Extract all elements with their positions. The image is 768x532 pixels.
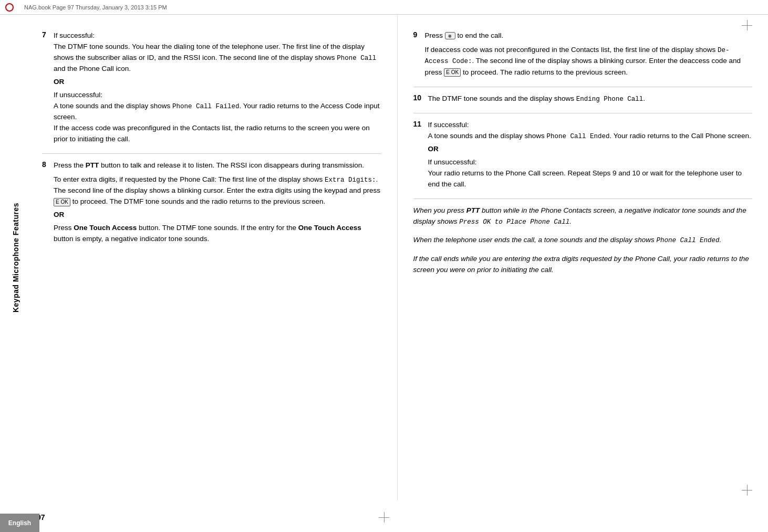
step-11-text: If successful: A tone sounds and the dis… — [428, 120, 753, 142]
sidebar-label: Keypad Microphone Features — [12, 203, 20, 312]
step-9-number: 9 — [413, 30, 425, 39]
step-7: 7 If successful: The DTMF tone sounds. Y… — [42, 30, 381, 145]
divider-10-11 — [413, 113, 753, 113]
italic-block-3: If the call ends while you are entering … — [413, 254, 753, 276]
page-footer: 97 English — [0, 500, 768, 532]
step-8: 8 Press the PTT button to talk and relea… — [42, 160, 381, 245]
end-call-icon: ⎈ — [445, 32, 455, 39]
step-11-or: OR — [428, 144, 753, 155]
ok-key-icon-2: E OK — [444, 68, 461, 77]
step-8-text: Press the PTT button to talk and release… — [54, 160, 381, 171]
divider-7-8 — [42, 153, 381, 154]
step-9-text: Press ⎈ to end the call. — [425, 30, 753, 41]
step-8-or: OR — [54, 210, 381, 221]
sidebar: Keypad Microphone Features — [0, 15, 32, 500]
step-8-extra-digits: To enter extra digits, if requested by t… — [54, 174, 381, 207]
step-10-text: The DTMF tone sounds and the display sho… — [428, 93, 753, 105]
divider-11-italic — [413, 199, 753, 199]
right-column: 9 Press ⎈ to end the call. If deaccess c… — [398, 15, 769, 500]
step-9: 9 Press ⎈ to end the call. If deaccess c… — [413, 30, 753, 78]
step-10: 10 The DTMF tone sounds and the display … — [413, 93, 753, 105]
page-header: NAG.book Page 97 Thursday, January 3, 20… — [0, 0, 768, 15]
step-11: 11 If successful: A tone sounds and the … — [413, 120, 753, 190]
step-7-or: OR — [54, 77, 381, 88]
step-7-text: If successful: The DTMF tone sounds. You… — [54, 30, 381, 75]
left-column: 7 If successful: The DTMF tone sounds. Y… — [32, 15, 398, 500]
italic-block-1: When you press PTT button while in the P… — [413, 205, 753, 227]
language-tab-label: English — [8, 519, 31, 527]
ok-key-icon: E OK — [54, 198, 70, 206]
step-7-number: 7 — [42, 30, 54, 39]
header-text: NAG.book Page 97 Thursday, January 3, 20… — [24, 4, 167, 11]
step-8-one-touch: Press One Touch Access button. The DTMF … — [54, 223, 381, 245]
step-10-number: 10 — [413, 93, 428, 102]
step-11-number: 11 — [413, 120, 428, 128]
step-11-unsuccessful: If unsuccessful: Your radio returns to t… — [428, 157, 753, 190]
step-9-deaccess: If deaccess code was not preconfigured i… — [425, 45, 753, 78]
red-circle-marker — [5, 3, 14, 12]
divider-9-10 — [413, 87, 753, 87]
main-content: 7 If successful: The DTMF tone sounds. Y… — [32, 15, 768, 500]
step-7-unsuccessful: If unsuccessful: A tone sounds and the d… — [54, 90, 381, 145]
step-8-number: 8 — [42, 160, 54, 169]
language-tab: English — [0, 514, 39, 532]
italic-block-2: When the telephone user ends the call, a… — [413, 235, 753, 246]
